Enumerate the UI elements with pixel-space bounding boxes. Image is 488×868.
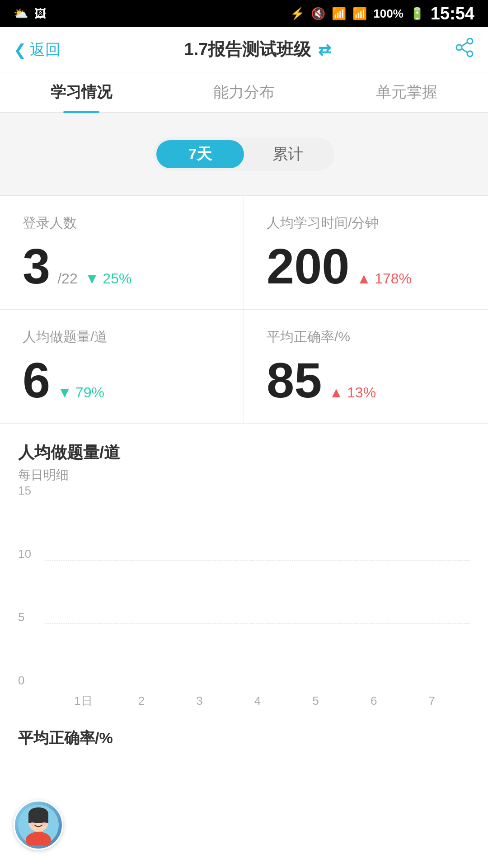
stat-login-label: 登录人数 <box>23 214 221 232</box>
x-label-3: 3 <box>170 694 229 708</box>
stat-questions-change: ▼ 79% <box>57 384 104 401</box>
x-label-7: 7 <box>403 694 461 708</box>
chevron-left-icon: ❮ <box>14 41 26 59</box>
chart-area: 15 10 5 0 <box>18 497 470 714</box>
svg-point-2 <box>467 51 473 57</box>
mute-icon: 🔇 <box>311 7 325 21</box>
status-left: ⛅ 🖼 <box>14 7 46 21</box>
status-right: ⚡ 🔇 📶 📶 100% 🔋 15:54 <box>290 4 474 24</box>
stats-grid: 登录人数 3 /22 ▼ 25% 人均学习时间/分钟 200 ▲ 178% 人均… <box>0 195 488 424</box>
arrow-up-icon: ▲ <box>357 270 371 287</box>
x-axis: 1日 2 3 4 5 6 7 <box>45 687 470 714</box>
stat-questions-label: 人均做题量/道 <box>23 328 221 346</box>
stat-login-count: 登录人数 3 /22 ▼ 25% <box>0 196 244 310</box>
battery-icon: 🔋 <box>410 7 424 21</box>
period-cumulative[interactable]: 累计 <box>244 140 332 168</box>
bluetooth-icon: ⚡ <box>290 7 305 21</box>
status-bar: ⛅ 🖼 ⚡ 🔇 📶 📶 100% 🔋 15:54 <box>0 0 488 27</box>
signal-icon: 📶 <box>352 7 367 21</box>
arrow-up-icon-2: ▲ <box>329 384 343 401</box>
shuffle-icon[interactable]: ⇄ <box>318 41 331 59</box>
svg-line-4 <box>462 49 467 52</box>
stat-questions-value-row: 6 ▼ 79% <box>23 355 221 405</box>
bottom-section-label: 平均正确率/% <box>0 714 488 753</box>
x-label-4: 4 <box>229 694 287 708</box>
svg-point-13 <box>42 822 47 826</box>
stat-questions: 人均做题量/道 6 ▼ 79% <box>0 310 244 424</box>
stat-study-time-number: 200 <box>267 241 350 291</box>
avatar-container <box>14 800 63 850</box>
period-7days[interactable]: 7天 <box>156 140 244 168</box>
svg-rect-8 <box>28 814 48 823</box>
stat-accuracy: 平均正确率/% 85 ▲ 13% <box>244 310 488 424</box>
status-time: 15:54 <box>431 4 474 24</box>
stat-login-change: ▼ 25% <box>85 270 132 287</box>
battery-label: 100% <box>373 7 404 21</box>
share-icon[interactable] <box>455 38 474 61</box>
svg-point-10 <box>33 820 36 822</box>
stat-accuracy-label: 平均正确率/% <box>267 328 465 346</box>
arrow-down-icon: ▼ <box>85 270 99 287</box>
stat-login-number: 3 <box>23 241 50 291</box>
stat-study-time-change: ▲ 178% <box>357 270 412 287</box>
x-label-2: 2 <box>113 694 171 708</box>
back-label: 返回 <box>30 39 61 60</box>
image-icon: 🖼 <box>34 7 46 21</box>
stat-login-sub: /22 <box>57 270 77 287</box>
x-label-5: 5 <box>286 694 345 708</box>
svg-point-12 <box>30 822 35 826</box>
chart-title: 人均做题量/道 <box>18 442 470 464</box>
grid-label-0: 0 <box>18 673 24 687</box>
stat-login-value-row: 3 /22 ▼ 25% <box>23 241 221 291</box>
chart-section: 人均做题量/道 每日明细 15 10 5 0 <box>0 424 488 714</box>
header: ❮ 返回 1.7报告测试班级 ⇄ <box>0 27 488 72</box>
stat-accuracy-number: 85 <box>267 355 322 405</box>
stat-study-time: 人均学习时间/分钟 200 ▲ 178% <box>244 196 488 310</box>
stat-study-time-value-row: 200 ▲ 178% <box>267 241 465 291</box>
avatar <box>14 800 63 850</box>
grid-label-10: 10 <box>18 547 31 561</box>
period-toggle: 7天 累计 <box>154 137 334 171</box>
x-label-1: 1日 <box>54 693 113 709</box>
tab-study[interactable]: 学习情况 <box>0 72 163 112</box>
grid-label-5: 5 <box>18 610 24 624</box>
wifi-icon: 📶 <box>332 7 346 21</box>
stat-questions-number: 6 <box>23 355 50 405</box>
page-title: 1.7报告测试班级 ⇄ <box>184 38 331 61</box>
stat-accuracy-value-row: 85 ▲ 13% <box>267 355 465 405</box>
svg-point-1 <box>456 45 462 50</box>
svg-line-3 <box>462 42 467 46</box>
tabs: 学习情况 能力分布 单元掌握 <box>0 72 488 113</box>
title-text: 1.7报告测试班级 <box>184 38 311 61</box>
weather-icon: ⛅ <box>14 7 28 21</box>
arrow-down-icon-2: ▼ <box>57 384 72 401</box>
bars-container <box>45 497 470 687</box>
stat-accuracy-change: ▲ 13% <box>329 384 376 401</box>
svg-point-11 <box>41 820 43 822</box>
svg-point-0 <box>467 38 473 44</box>
tab-unit[interactable]: 单元掌握 <box>325 72 488 112</box>
tab-ability[interactable]: 能力分布 <box>163 72 325 112</box>
x-label-6: 6 <box>345 694 403 708</box>
grid-label-15: 15 <box>18 483 31 497</box>
back-button[interactable]: ❮ 返回 <box>14 39 61 60</box>
chart-subtitle: 每日明细 <box>18 467 470 484</box>
stat-study-time-label: 人均学习时间/分钟 <box>267 214 465 232</box>
